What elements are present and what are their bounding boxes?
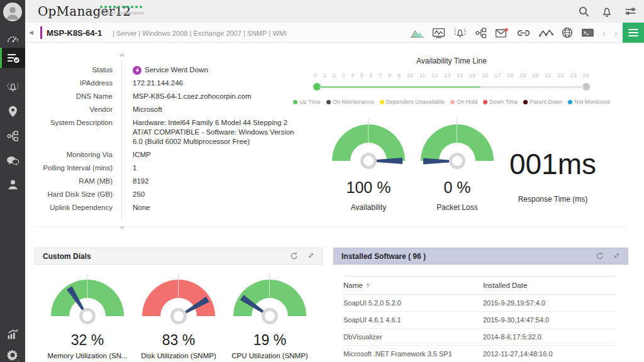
sidebar-item-alarms[interactable] bbox=[0, 76, 25, 97]
sidebar-item-topology[interactable] bbox=[0, 125, 25, 146]
gauge-pivot bbox=[79, 308, 96, 324]
detail-label: RAM (MB) bbox=[35, 177, 113, 186]
scroll-down-caret-icon[interactable] bbox=[119, 226, 125, 230]
sidebar-item-reports[interactable] bbox=[0, 323, 25, 344]
packet-loss-gauge: 0 % Packet Loss bbox=[416, 124, 498, 212]
inventory-list-icon bbox=[7, 53, 20, 63]
sidebar-item-inventory[interactable] bbox=[0, 48, 25, 68]
software-date: 2012-11-27,14:48:16.0 bbox=[483, 350, 616, 358]
service-down-icon bbox=[133, 66, 142, 75]
sidebar bbox=[0, 0, 25, 362]
sidebar-item-dashboard[interactable] bbox=[0, 28, 25, 49]
software-name: SoapUI 5.2.0 5.2.0 bbox=[343, 299, 483, 307]
alarm-bell-icon bbox=[6, 81, 19, 92]
detail-label: Vendor bbox=[35, 105, 113, 114]
globe-icon[interactable] bbox=[562, 27, 573, 38]
detail-label: Uplink Dependency bbox=[35, 203, 113, 212]
expand-icon[interactable] bbox=[308, 252, 314, 260]
packet-loss-value: 0 % bbox=[416, 178, 498, 197]
menu-hamburger-button[interactable] bbox=[623, 23, 644, 43]
person-icon bbox=[8, 179, 18, 190]
column-name[interactable]: Name bbox=[343, 282, 483, 289]
availability-value: 100 % bbox=[328, 178, 409, 197]
search-icon[interactable] bbox=[579, 6, 589, 17]
prev-chevron-icon[interactable]: ‹ bbox=[602, 28, 606, 38]
terminal-icon[interactable] bbox=[581, 28, 594, 38]
device-name: MSP-K8S-64-1 bbox=[47, 28, 102, 38]
detail-value: 8192 bbox=[133, 177, 149, 186]
response-time-widget: 001ms Response Time (ms) bbox=[493, 147, 613, 204]
legend-item: Parent Down bbox=[523, 99, 562, 105]
detail-row: VendorMicrosoft bbox=[35, 105, 305, 114]
detail-value: 1 bbox=[133, 163, 136, 173]
sidebar-item-settings[interactable] bbox=[0, 344, 25, 362]
map-pin-icon bbox=[8, 106, 18, 118]
detail-label: Monitoring Via bbox=[35, 150, 113, 160]
mail-alert-icon[interactable] bbox=[495, 28, 508, 38]
software-name: SoapUI 4.6.1 4.6.1 bbox=[343, 316, 483, 324]
legend-item: On Maintenance bbox=[326, 99, 374, 105]
detail-row: Status Service Went Down bbox=[35, 65, 305, 75]
detail-row: Polling Interval (mins)1 bbox=[35, 163, 305, 173]
gauge-icon bbox=[6, 33, 19, 43]
performance-monitor-icon[interactable] bbox=[432, 28, 445, 38]
custom-dials-title: Custom Dials bbox=[43, 252, 290, 261]
disk-utilization-dial: 83 % Disk Utilization (SNMP) bbox=[135, 280, 223, 359]
top-header: OpManager12 System Performance bbox=[25, 0, 644, 23]
user-avatar[interactable] bbox=[3, 3, 22, 21]
timeline-track bbox=[319, 86, 584, 88]
gauge-pivot bbox=[360, 153, 377, 169]
response-time-label: Response Time (ms) bbox=[493, 195, 613, 204]
custom-dials-panel: Custom Dials 32 % Memory Utilization (SN… bbox=[35, 248, 323, 359]
software-date: 2014-8-6,17:5:32.0 bbox=[483, 333, 616, 341]
column-installed-date: Installed Date bbox=[483, 282, 616, 289]
refresh-icon[interactable] bbox=[596, 252, 604, 260]
software-table-header: Name Installed Date bbox=[343, 276, 616, 295]
detail-value: MSP-K8S-64-1.csez.zohocorpin.com bbox=[133, 92, 252, 101]
cpu-label: CPU Utilization (SNMP) bbox=[226, 352, 314, 359]
detail-value: None bbox=[133, 203, 150, 212]
legend-item: On Hold bbox=[450, 99, 477, 105]
software-name: DbVisualizer bbox=[343, 333, 483, 341]
app-subtitle: System Performance bbox=[100, 10, 144, 16]
legend-item: Not Monitored bbox=[568, 99, 610, 105]
back-chevron-icon[interactable]: ◂ bbox=[29, 27, 33, 37]
expand-icon[interactable] bbox=[613, 252, 620, 260]
cpu-utilization-dial: 19 % CPU Utilization (SNMP) bbox=[226, 280, 314, 359]
breadcrumb-accent-bar bbox=[40, 26, 42, 39]
software-row: SoapUI 4.6.1 4.6.12015-9-30,14:47:54.0 bbox=[343, 312, 616, 329]
device-tags: | Server | Windows 2008 | Exchange 2007 … bbox=[113, 30, 287, 37]
brand-dots bbox=[100, 6, 144, 8]
status-value: Service Went Down bbox=[133, 65, 208, 75]
area-chart-icon[interactable] bbox=[411, 28, 424, 38]
sidebar-item-maps[interactable] bbox=[0, 101, 25, 122]
gauge-pivot bbox=[262, 308, 278, 324]
disk-value: 83 % bbox=[135, 332, 223, 349]
device-topology-icon[interactable] bbox=[475, 28, 487, 38]
detail-label: System Description bbox=[35, 118, 113, 146]
detail-label: DNS Name bbox=[35, 92, 113, 101]
timeline-legend: Up Time On Maintenance Dependent Unavail… bbox=[313, 99, 590, 105]
detail-row: RAM (MB)8192 bbox=[35, 177, 305, 186]
detail-label: Hard Disk Size (GB) bbox=[35, 190, 113, 199]
alarm-bell-icon[interactable] bbox=[453, 27, 467, 38]
sidebar-item-discussions[interactable] bbox=[0, 150, 25, 172]
detail-row: Uplink DependencyNone bbox=[35, 203, 305, 212]
quick-settings-sliders-icon[interactable] bbox=[625, 6, 636, 16]
detail-label: IPAddress bbox=[35, 79, 113, 88]
device-details: Status Service Went Down IPAddress172.21… bbox=[35, 65, 305, 216]
sidebar-item-users[interactable] bbox=[0, 173, 25, 195]
gauge-pivot bbox=[449, 153, 465, 169]
timeline-title: Availability Time Line bbox=[313, 57, 590, 65]
installed-software-title: Installed Software ( 96 ) bbox=[341, 252, 596, 261]
installed-software-panel: Installed Software ( 96 ) Name Installed… bbox=[333, 248, 628, 362]
memory-value: 32 % bbox=[43, 332, 131, 349]
link-icon[interactable] bbox=[516, 28, 531, 38]
pulse-line-icon[interactable] bbox=[539, 28, 553, 38]
sort-caret-icon bbox=[366, 283, 370, 288]
refresh-icon[interactable] bbox=[290, 252, 298, 260]
next-chevron-icon[interactable]: › bbox=[614, 28, 618, 38]
notifications-bell-icon[interactable] bbox=[602, 6, 612, 17]
installed-software-header: Installed Software ( 96 ) bbox=[333, 248, 628, 265]
scroll-up-caret-icon[interactable] bbox=[119, 53, 125, 57]
